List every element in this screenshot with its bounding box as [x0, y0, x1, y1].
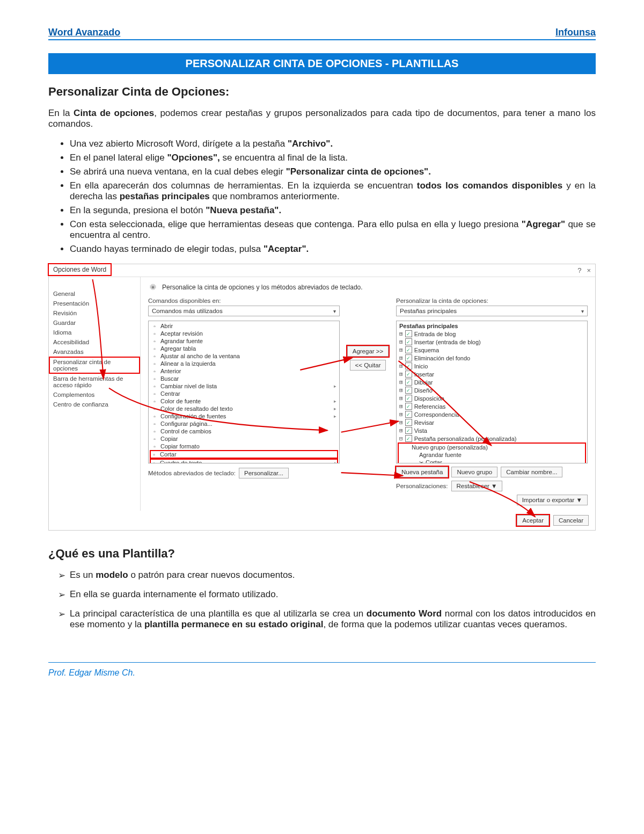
cmd-icon: ▫ — [151, 368, 158, 374]
checkbox-icon[interactable]: ✓ — [405, 338, 412, 345]
checkbox-icon[interactable]: ✓ — [405, 403, 412, 410]
command-item[interactable]: ▫Cortar — [150, 450, 338, 459]
command-item[interactable]: ▫Copiar — [150, 435, 338, 443]
chevron-down-icon: ▾ — [333, 308, 336, 314]
tree-item[interactable]: ⊞✓Vista — [398, 426, 586, 434]
cmd-icon: ▫ — [151, 338, 158, 344]
tree-item[interactable]: ⊞✓Correspondencia — [398, 410, 586, 418]
cmd-icon: ▫ — [151, 360, 158, 367]
checkbox-icon[interactable]: ✓ — [405, 354, 412, 361]
command-item[interactable]: ▫Centrar — [150, 390, 338, 397]
cmd-icon: ▫ — [151, 390, 158, 397]
command-item[interactable]: ▫Aceptar revisión — [150, 330, 338, 337]
ribbon-column: Personalizar la cinta de opciones: Pesta… — [396, 298, 588, 505]
cmd-icon: ▫ — [151, 345, 158, 352]
tree-item[interactable]: ⊞✓Esquema — [398, 346, 586, 354]
tree-item[interactable]: ⊞✓Referencias — [398, 402, 586, 410]
sidebar-item-complementos[interactable]: Complementos — [49, 390, 140, 400]
tree-item[interactable]: ⊞✓Revisar — [398, 418, 586, 426]
cmd-icon: ▫ — [151, 420, 158, 427]
commands-dropdown[interactable]: Comandos más utilizados▾ — [148, 306, 340, 316]
sidebar-item-personalizar-cinta[interactable]: Personalizar cinta de opciones — [49, 357, 140, 374]
command-item[interactable]: ▫Copiar formato — [150, 443, 338, 450]
tree-item[interactable]: ⊞✓Entrada de blog — [398, 330, 586, 338]
customize-shortcuts-button[interactable]: Personalizar... — [239, 468, 289, 478]
tree-item[interactable]: ⊞✓Insertar (entrada de blog) — [398, 338, 586, 346]
cancel-button[interactable]: Cancelar — [553, 515, 589, 526]
tree-item-custom-group[interactable]: Nuevo grupo (personalizada) — [400, 444, 585, 451]
checkbox-icon[interactable]: ✓ — [405, 387, 412, 394]
tree-item-custom-cmd[interactable]: ✂Cortar — [400, 459, 585, 463]
ribbon-tree[interactable]: Pestañas principales ⊞✓Entrada de blog⊞✓… — [396, 321, 588, 463]
command-item[interactable]: ▫Buscar — [150, 375, 338, 382]
checkbox-icon[interactable]: ✓ — [405, 419, 412, 426]
command-item[interactable]: ▫Color de fuente▸ — [150, 397, 338, 405]
sidebar-item-avanzadas[interactable]: Avanzadas — [49, 347, 140, 357]
commands-label: Comandos disponibles en: — [148, 298, 340, 304]
sidebar-item-idioma[interactable]: Idioma — [49, 328, 140, 337]
tree-item[interactable]: ⊞✓Disposición — [398, 394, 586, 402]
checkbox-icon[interactable]: ✓ — [405, 346, 412, 353]
sidebar-item-centro-confianza[interactable]: Centro de confianza — [49, 400, 140, 409]
tree-item[interactable]: ⊞✓Eliminación del fondo — [398, 354, 586, 362]
new-group-button[interactable]: Nuevo grupo — [451, 467, 497, 477]
add-button[interactable]: Agregar >> — [347, 346, 389, 357]
command-item[interactable]: ▫Ajustar al ancho de la ventana — [150, 352, 338, 360]
transfer-buttons: Agregar >> << Quitar — [345, 346, 391, 371]
command-item[interactable]: ▫Anterior — [150, 367, 338, 375]
reset-button[interactable]: Restablecer ▼ — [451, 481, 503, 491]
cmd-icon: ▫ — [151, 443, 158, 449]
import-export-button[interactable]: Importar o exportar ▼ — [517, 495, 588, 505]
chevron-down-icon: ▾ — [581, 308, 584, 314]
ribbon-dropdown[interactable]: Pestañas principales▾ — [396, 306, 588, 316]
sidebar-item-guardar[interactable]: Guardar — [49, 318, 140, 328]
sidebar-item-barra-acceso-rapido[interactable]: Barra de herramientas de acceso rápido — [49, 374, 140, 390]
tree-item[interactable]: ⊞✓Inicio — [398, 362, 586, 370]
commands-column: Comandos disponibles en: Comandos más ut… — [148, 298, 340, 478]
sidebar-item-presentacion[interactable]: Presentación — [49, 299, 140, 308]
command-item[interactable]: ▫Cuadro de texto▸ — [150, 459, 338, 463]
close-icon[interactable]: × — [587, 266, 591, 274]
help-icon[interactable]: ? — [577, 266, 581, 274]
cmd-icon: ▫ — [151, 413, 158, 419]
page-header: Word Avanzado Infounsa — [48, 27, 596, 40]
checkbox-icon[interactable]: ✓ — [405, 330, 412, 337]
tree-item-custom-cmd[interactable]: Agrandar fuente — [400, 451, 585, 459]
checkbox-icon[interactable]: ✓ — [405, 395, 412, 402]
bullet-1: Una vez abierto Microsoft Word, dirígete… — [70, 139, 596, 149]
checkbox-icon[interactable]: ✓ — [405, 411, 412, 418]
checkbox-icon[interactable]: ✓ — [405, 435, 412, 442]
command-item[interactable]: ▫Configurar página... — [150, 420, 338, 427]
command-item[interactable]: ▫Abrir — [150, 322, 338, 330]
checkbox-icon[interactable]: ✓ — [405, 371, 412, 378]
sidebar-item-accesibilidad[interactable]: Accesibilidad — [49, 337, 140, 347]
sidebar-item-general[interactable]: General — [49, 289, 140, 299]
accept-button[interactable]: Aceptar — [517, 515, 549, 526]
remove-button[interactable]: << Quitar — [350, 360, 386, 371]
command-item[interactable]: ▫Agrandar fuente — [150, 337, 338, 345]
commands-listbox[interactable]: ▫Abrir▫Aceptar revisión▫Agrandar fuente▫… — [148, 321, 340, 463]
tree-item-custom-tab[interactable]: ⊟✓Pestaña personalizada (personalizada) — [398, 434, 586, 443]
command-item[interactable]: ▫Configuración de fuentes▸ — [150, 412, 338, 420]
title-bar: PERSONALIZAR CINTA DE OPCIONES - PLANTIL… — [48, 53, 596, 74]
dialog-title: Opciones de Word — [48, 263, 112, 276]
checkbox-icon[interactable]: ✓ — [405, 427, 412, 434]
sidebar-item-revision[interactable]: Revisión — [49, 308, 140, 318]
cmd-icon: ▫ — [151, 436, 158, 442]
checkbox-icon[interactable]: ✓ — [405, 379, 412, 386]
bullet-3: Se abrirá una nueva ventana, en la cual … — [70, 166, 596, 177]
cmd-icon: ▫ — [151, 451, 157, 458]
command-item[interactable]: ▫Control de cambios — [150, 427, 338, 435]
tree-item[interactable]: ⊞✓Insertar — [398, 370, 586, 378]
footer: Prof. Edgar Misme Ch. — [48, 662, 596, 678]
section1-intro: En la Cinta de opciones, podemos crear p… — [48, 108, 596, 129]
rename-button[interactable]: Cambiar nombre... — [501, 467, 562, 477]
command-item[interactable]: ▫Color de resaltado del texto▸ — [150, 405, 338, 412]
command-item[interactable]: ▫Agregar tabla — [150, 345, 338, 352]
command-item[interactable]: ▫Alinear a la izquierda — [150, 360, 338, 367]
checkbox-icon[interactable]: ✓ — [405, 362, 412, 369]
tree-item[interactable]: ⊞✓Diseño — [398, 386, 586, 394]
tree-item[interactable]: ⊞✓Dibujar — [398, 378, 586, 386]
new-tab-button[interactable]: Nueva pestaña — [396, 467, 448, 477]
command-item[interactable]: ▫Cambiar nivel de lista▸ — [150, 382, 338, 390]
